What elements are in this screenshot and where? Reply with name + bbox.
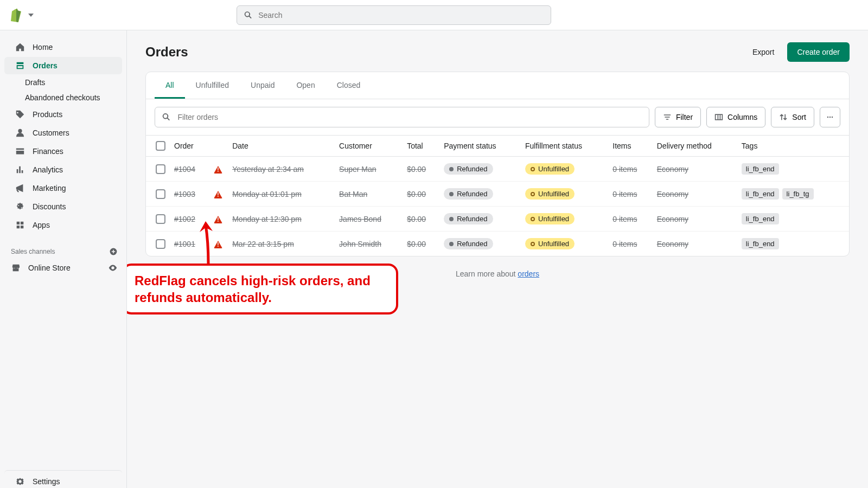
table-row[interactable]: #1003Monday at 01:01 pmBat Man$0.00Refun…	[146, 182, 849, 207]
tab-closed[interactable]: Closed	[326, 72, 372, 99]
home-icon	[15, 42, 25, 52]
store-switcher[interactable]	[9, 8, 112, 22]
tag: li_fb_end	[742, 238, 779, 249]
customer-name[interactable]: James Bond	[339, 215, 381, 223]
customer-name[interactable]: Super Man	[339, 165, 376, 174]
th-fulfillment[interactable]: Fulfillment status	[521, 136, 608, 157]
customer-name[interactable]: Bat Man	[339, 190, 367, 198]
orders-icon	[15, 61, 25, 70]
nav-settings[interactable]: Settings	[4, 470, 122, 487]
filter-orders-input-wrap[interactable]	[155, 107, 649, 127]
nav-label: Orders	[33, 61, 58, 70]
select-all-checkbox[interactable]	[156, 141, 165, 151]
th-tags[interactable]: Tags	[737, 136, 849, 157]
fulfillment-status-badge: Unfulfilled	[525, 238, 575, 249]
delivery-method: Economy	[657, 165, 688, 174]
delivery-method: Economy	[657, 190, 688, 198]
tab-open[interactable]: Open	[285, 72, 326, 99]
nav-abandoned-checkouts[interactable]: Abandoned checkouts	[0, 90, 126, 105]
order-number[interactable]: #1004	[174, 165, 195, 174]
channel-label: Online Store	[28, 264, 71, 272]
sidebar: Home Orders Drafts Abandoned checkouts P…	[0, 30, 127, 488]
customer-name[interactable]: John Smidth	[339, 240, 381, 248]
nav-label: Customers	[33, 129, 69, 137]
th-items[interactable]: Items	[608, 136, 652, 157]
fulfillment-status-badge: Unfulfilled	[525, 163, 575, 175]
nav-home[interactable]: Home	[4, 38, 122, 56]
table-row[interactable]: #1002Monday at 12:30 pmJames Bond$0.00Re…	[146, 207, 849, 232]
tabs: All Unfulfilled Unpaid Open Closed	[146, 72, 849, 99]
payment-status-badge: Refunded	[444, 213, 493, 224]
tags-cell: li_fb_end	[737, 157, 849, 182]
tab-unpaid[interactable]: Unpaid	[240, 72, 285, 99]
th-delivery[interactable]: Delivery method	[653, 136, 737, 157]
row-checkbox[interactable]	[156, 214, 165, 224]
tag: li_fb_end	[742, 163, 779, 175]
row-checkbox[interactable]	[156, 239, 165, 249]
nav-apps[interactable]: Apps	[4, 216, 122, 234]
channel-online-store[interactable]: Online Store	[0, 259, 126, 277]
order-number[interactable]: #1002	[174, 215, 195, 223]
analytics-icon	[15, 165, 25, 175]
tags-cell: li_fb_end	[737, 207, 849, 232]
fulfillment-status-badge: Unfulfilled	[525, 213, 575, 224]
payment-status-badge: Refunded	[444, 238, 493, 249]
th-order[interactable]: Order	[170, 136, 209, 157]
nav-label: Analytics	[33, 165, 63, 174]
more-actions-button[interactable]	[820, 107, 840, 127]
row-checkbox[interactable]	[156, 189, 165, 199]
tab-unfulfilled[interactable]: Unfulfilled	[185, 72, 240, 99]
nav-customers[interactable]: Customers	[4, 124, 122, 142]
payment-status-badge: Refunded	[444, 163, 493, 175]
table-row[interactable]: #1004Yesterday at 2:34 amSuper Man$0.00R…	[146, 157, 849, 182]
search-icon	[162, 112, 171, 122]
columns-button[interactable]: Columns	[706, 107, 765, 127]
delivery-method: Economy	[657, 240, 688, 248]
tab-all[interactable]: All	[155, 72, 185, 99]
nav-products[interactable]: Products	[4, 106, 122, 123]
filter-btn-label: Filter	[676, 113, 693, 121]
order-date: Monday at 12:30 pm	[232, 215, 302, 223]
th-payment[interactable]: Payment status	[439, 136, 521, 157]
filter-orders-input[interactable]	[177, 113, 642, 121]
nav-analytics[interactable]: Analytics	[4, 161, 122, 178]
nav-label: Apps	[33, 221, 50, 229]
export-button[interactable]: Export	[747, 43, 780, 61]
nav-drafts[interactable]: Drafts	[0, 75, 126, 90]
create-order-button[interactable]: Create order	[787, 42, 850, 62]
filter-icon	[663, 113, 672, 121]
svg-point-4	[832, 117, 833, 118]
nav-orders[interactable]: Orders	[4, 57, 122, 74]
nav-label: Home	[33, 43, 53, 52]
th-customer[interactable]: Customer	[335, 136, 403, 157]
global-search[interactable]	[237, 5, 551, 25]
order-number[interactable]: #1001	[174, 240, 195, 248]
tag: li_fb_tg	[782, 188, 814, 200]
filter-button[interactable]: Filter	[655, 107, 701, 127]
th-date[interactable]: Date	[228, 136, 335, 157]
add-channel-icon[interactable]	[109, 247, 118, 256]
order-total: $0.00	[407, 190, 426, 198]
th-total[interactable]: Total	[403, 136, 439, 157]
items-count: 0 items	[612, 165, 637, 174]
order-number[interactable]: #1003	[174, 190, 195, 198]
caret-down-icon	[28, 14, 34, 17]
finances-icon	[15, 146, 25, 156]
warning-icon	[214, 166, 222, 174]
apps-icon	[15, 220, 25, 230]
nav-discounts[interactable]: Discounts	[4, 198, 122, 215]
table-row[interactable]: #1001Mar 22 at 3:15 pmJohn Smidth$0.00Re…	[146, 232, 849, 256]
eye-icon[interactable]	[108, 263, 118, 273]
discounts-icon	[15, 202, 25, 211]
tags-cell: li_fb_endli_fb_tg	[737, 182, 849, 207]
sort-btn-label: Sort	[792, 113, 806, 121]
nav-finances[interactable]: Finances	[4, 143, 122, 160]
learn-more-link[interactable]: orders	[518, 269, 539, 278]
global-search-input[interactable]	[258, 11, 544, 20]
learn-more-prefix: Learn more about	[456, 269, 518, 278]
sort-button[interactable]: Sort	[771, 107, 814, 127]
row-checkbox[interactable]	[156, 164, 165, 174]
nav-marketing[interactable]: Marketing	[4, 179, 122, 197]
delivery-method: Economy	[657, 215, 688, 223]
page-title: Orders	[145, 44, 188, 60]
